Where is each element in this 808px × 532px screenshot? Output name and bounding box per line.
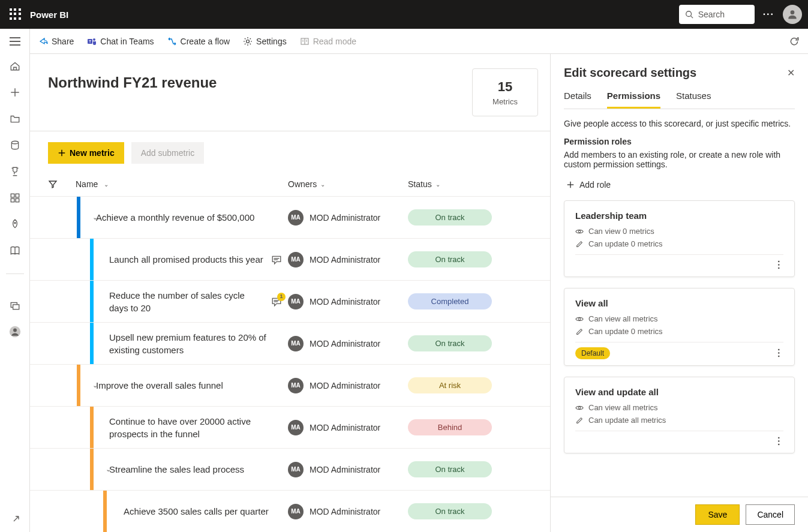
status-badge: On track: [408, 209, 492, 226]
tab-statuses[interactable]: Statuses: [676, 91, 711, 109]
svg-point-34: [578, 318, 581, 320]
nav-browse[interactable]: [9, 113, 21, 125]
svg-point-6: [247, 40, 250, 43]
nav-deploy[interactable]: [9, 218, 21, 230]
col-owners-label[interactable]: Owners: [288, 179, 317, 189]
person-circle-icon: [9, 326, 21, 338]
hamburger-icon: [10, 37, 20, 46]
nav-toggle[interactable]: [0, 29, 30, 54]
action-toolbar: Share T Chat in Teams Create a flow Sett…: [30, 29, 808, 54]
svg-point-0: [686, 11, 691, 17]
status-badge: At risk: [408, 377, 492, 393]
col-name-label[interactable]: Name: [76, 179, 98, 189]
chevron-down-icon: ⌄: [435, 181, 440, 188]
roles-heading: Permission roles: [564, 137, 795, 146]
note-icon[interactable]: [271, 254, 282, 265]
book-icon: [10, 245, 20, 256]
close-button[interactable]: ✕: [787, 67, 795, 79]
chat-teams-button[interactable]: T Chat in Teams: [87, 37, 154, 46]
role-more-button[interactable]: ···: [773, 437, 784, 446]
refresh-icon: [789, 36, 800, 47]
stat-metrics[interactable]: 15Metrics: [472, 68, 538, 116]
role-card[interactable]: View and update all Can view all metrics…: [564, 377, 795, 453]
status-badge: On track: [408, 335, 492, 351]
nav-home[interactable]: [9, 60, 21, 72]
expand-toggle[interactable]: ⌄: [88, 214, 102, 221]
panel-footer: Save Cancel: [551, 497, 808, 532]
role-card[interactable]: View all Can view all metrics Can update…: [564, 288, 795, 366]
nav-expand[interactable]: [9, 512, 21, 524]
settings-button[interactable]: Settings: [243, 37, 287, 46]
svg-rect-22: [13, 305, 19, 309]
svg-rect-16: [11, 194, 14, 197]
cancel-button[interactable]: Cancel: [746, 504, 795, 525]
trophy-icon: [10, 166, 20, 177]
search-icon: [685, 10, 693, 19]
workspaces-icon: [10, 300, 20, 311]
nav-workspaces[interactable]: [9, 299, 21, 311]
chevron-down-icon: ⌄: [320, 181, 325, 188]
create-flow-button[interactable]: Create a flow: [167, 37, 230, 46]
nav-goals[interactable]: [9, 166, 21, 178]
search-input[interactable]: Search: [679, 5, 755, 24]
svg-point-35: [578, 407, 581, 409]
svg-rect-19: [16, 199, 19, 202]
panel-description: Give people access to this scorecard, or…: [564, 119, 795, 128]
edit-icon: [575, 327, 584, 336]
brand-name: Power BI: [30, 10, 68, 20]
edit-icon: [575, 240, 584, 248]
note-count: 1: [277, 293, 286, 301]
user-avatar[interactable]: [783, 5, 802, 24]
svg-line-1: [690, 16, 693, 19]
settings-panel: Edit scorecard settings ✕ Details Permis…: [550, 54, 808, 532]
filter-icon[interactable]: [48, 179, 58, 189]
owner-avatar: MA: [288, 210, 304, 226]
expand-toggle[interactable]: ⌄: [88, 381, 102, 389]
tab-permissions[interactable]: Permissions: [607, 91, 660, 109]
panel-title: Edit scorecard settings: [564, 66, 787, 80]
read-mode-button[interactable]: Read mode: [300, 37, 356, 46]
note-icon[interactable]: 1: [271, 296, 282, 307]
nav-create[interactable]: [9, 86, 21, 98]
save-button[interactable]: Save: [695, 504, 740, 525]
nav-my-workspace[interactable]: [9, 326, 21, 338]
default-badge: Default: [575, 347, 610, 359]
tab-details[interactable]: Details: [564, 91, 591, 109]
teams-icon: T: [87, 37, 97, 46]
app-launcher-icon[interactable]: [10, 8, 22, 20]
plus-icon: [58, 149, 66, 157]
grid-icon: [10, 193, 20, 203]
home-icon: [10, 61, 20, 71]
nav-data[interactable]: [9, 139, 21, 151]
add-submetric-button[interactable]: Add submetric: [131, 142, 204, 164]
main-content: Northwind FY21 revenue 15Metrics 1Overdu…: [30, 54, 808, 532]
nav-learn[interactable]: [9, 245, 21, 257]
svg-point-15: [11, 141, 18, 144]
role-card[interactable]: Leadership team Can view 0 metrics Can u…: [564, 200, 795, 277]
role-more-button[interactable]: ···: [773, 260, 784, 270]
role-more-button[interactable]: ···: [773, 348, 784, 358]
svg-point-20: [14, 223, 15, 224]
refresh-button[interactable]: [789, 36, 800, 47]
col-status-label[interactable]: Status: [408, 179, 432, 189]
share-button[interactable]: Share: [38, 37, 74, 46]
chevron-down-icon: ⌄: [104, 181, 109, 188]
plus-icon: [566, 181, 575, 189]
status-badge: Completed: [408, 293, 492, 309]
new-metric-button[interactable]: New metric: [48, 142, 124, 164]
svg-point-5: [93, 38, 95, 41]
owner-name: MOD Administrator: [310, 213, 380, 223]
expand-toggle[interactable]: ⌄: [101, 465, 115, 473]
svg-point-2: [791, 10, 795, 14]
edit-icon: [575, 416, 584, 425]
nav-apps[interactable]: [9, 192, 21, 204]
panel-tabs: Details Permissions Statuses: [564, 91, 795, 109]
left-nav-rail: [0, 54, 30, 532]
svg-point-24: [13, 329, 17, 332]
rocket-icon: [10, 219, 20, 230]
add-role-button[interactable]: Add role: [566, 180, 795, 190]
header-more-button[interactable]: ···: [763, 9, 774, 20]
svg-text:T: T: [89, 40, 92, 43]
plus-icon: [10, 87, 20, 98]
status-badge: On track: [408, 251, 492, 267]
